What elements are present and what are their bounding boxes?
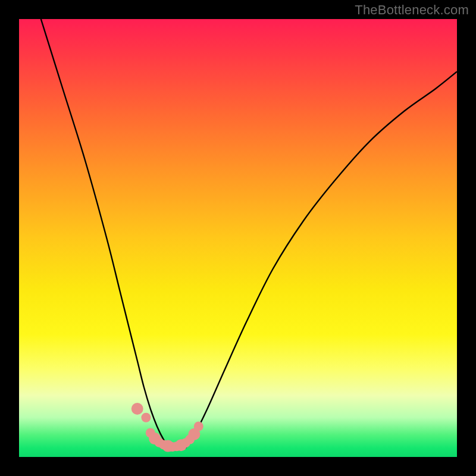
gradient-background	[19, 19, 457, 457]
plot-area	[19, 19, 457, 457]
watermark-text: TheBottleneck.com	[355, 2, 469, 18]
chart-frame: TheBottleneck.com	[0, 0, 476, 476]
